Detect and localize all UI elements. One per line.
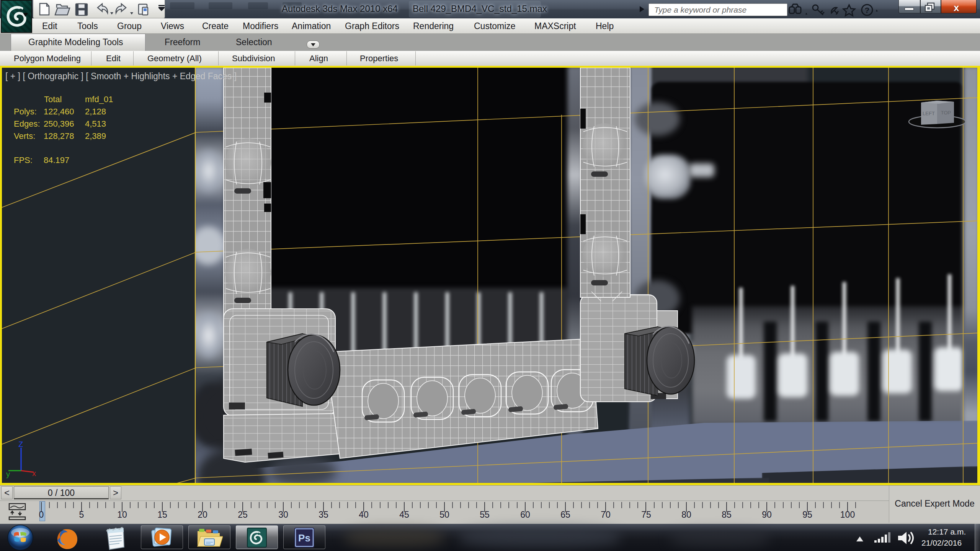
svg-text:Polys:: Polys: [14, 107, 37, 116]
svg-text:Ps: Ps [298, 532, 310, 544]
svg-text:84.197: 84.197 [44, 155, 69, 165]
svg-text:2,389: 2,389 [85, 131, 106, 141]
svg-text:Z: Z [18, 440, 23, 448]
svg-text:Total: Total [44, 95, 62, 104]
svg-text:Edges:: Edges: [14, 119, 40, 129]
svg-text:TOP: TOP [941, 110, 951, 116]
svg-text:Verts:: Verts: [14, 131, 35, 141]
svg-text:250,396: 250,396 [44, 119, 74, 129]
svg-text:122,460: 122,460 [44, 107, 74, 116]
svg-text:LEFT: LEFT [923, 111, 935, 116]
svg-text:2,128: 2,128 [85, 107, 106, 116]
svg-text:x: x [32, 469, 36, 478]
svg-text:4,513: 4,513 [85, 119, 106, 129]
svg-text:FPS:: FPS: [14, 155, 33, 165]
svg-text:y: y [6, 470, 10, 478]
svg-text:mfd_01: mfd_01 [85, 95, 113, 104]
svg-text:128,278: 128,278 [44, 131, 74, 141]
svg-text:[ + ] [ Orthographic ] [ Smoot: [ + ] [ Orthographic ] [ Smooth + Highli… [5, 71, 237, 81]
svg-text:?: ? [865, 6, 870, 15]
